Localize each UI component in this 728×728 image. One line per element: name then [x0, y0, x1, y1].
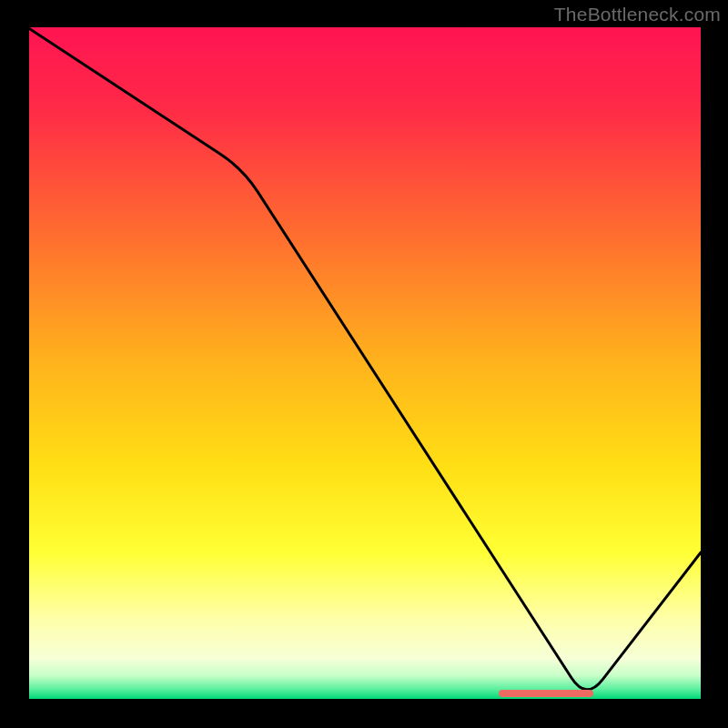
- curve-layer: [27, 27, 701, 701]
- x-axis: [27, 699, 701, 701]
- chart-root: TheBottleneck.com: [0, 0, 728, 728]
- y-axis: [27, 27, 29, 701]
- bottleneck-curve: [27, 27, 701, 690]
- plot-area: [27, 27, 701, 701]
- optimal-range-marker: [499, 690, 593, 697]
- watermark-text: TheBottleneck.com: [554, 4, 721, 25]
